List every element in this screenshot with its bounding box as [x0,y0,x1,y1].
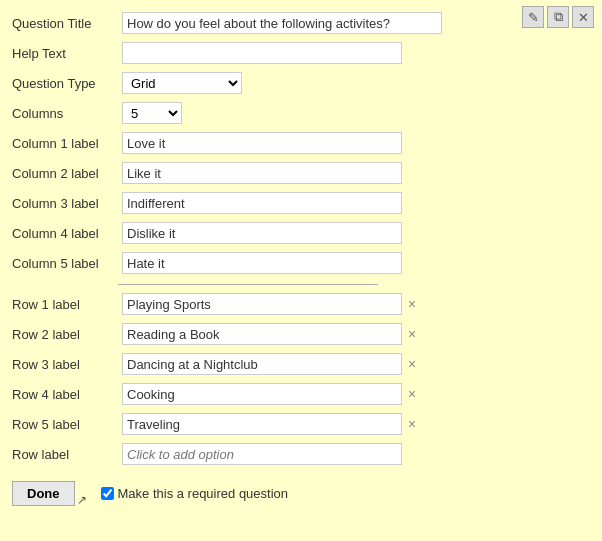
column-1-row: Column 1 label [8,128,594,158]
footer: Done ↗ Make this a required question [8,481,594,506]
row-3-remove-button[interactable]: × [406,357,418,371]
row-2-row: Row 2 label × [8,319,594,349]
row-3-input[interactable] [122,353,402,375]
add-option-input[interactable] [122,443,402,465]
column-5-label: Column 5 label [8,248,118,278]
row-5-input[interactable] [122,413,402,435]
row-5-remove-button[interactable]: × [406,417,418,431]
help-text-label: Help Text [8,38,118,68]
column-2-input[interactable] [122,162,402,184]
row-4-label: Row 4 label [8,379,118,409]
row-2-wrap: × [122,323,590,345]
row-4-wrap: × [122,383,590,405]
row-4-row: Row 4 label × [8,379,594,409]
form-container: ✎ ⧉ ✕ Question Title Help Text Question … [0,0,602,541]
divider-row [8,278,594,289]
question-type-select[interactable]: Grid Multiple Choice Text [122,72,242,94]
question-title-row: Question Title [8,8,594,38]
row-3-row: Row 3 label × [8,349,594,379]
columns-row: Columns 1234 5678 [8,98,594,128]
row-1-row: Row 1 label × [8,289,594,319]
column-1-input[interactable] [122,132,402,154]
row-2-label: Row 2 label [8,319,118,349]
row-1-remove-button[interactable]: × [406,297,418,311]
columns-select[interactable]: 1234 5678 [122,102,182,124]
help-text-input[interactable] [122,42,402,64]
row-2-input[interactable] [122,323,402,345]
row-1-wrap: × [122,293,590,315]
help-text-row: Help Text [8,38,594,68]
required-label[interactable]: Make this a required question [101,486,289,501]
required-checkbox[interactable] [101,487,114,500]
column-5-row: Column 5 label [8,248,594,278]
column-4-label: Column 4 label [8,218,118,248]
question-title-input[interactable] [122,12,442,34]
row-5-label: Row 5 label [8,409,118,439]
toolbar: ✎ ⧉ ✕ [522,6,594,28]
row-4-input[interactable] [122,383,402,405]
section-divider [118,284,378,285]
row-3-label: Row 3 label [8,349,118,379]
column-3-label: Column 3 label [8,188,118,218]
column-4-input[interactable] [122,222,402,244]
column-2-label: Column 2 label [8,158,118,188]
row-2-remove-button[interactable]: × [406,327,418,341]
row-label-placeholder: Row label [8,439,118,469]
question-type-row: Question Type Grid Multiple Choice Text [8,68,594,98]
column-5-input[interactable] [122,252,402,274]
question-type-label: Question Type [8,68,118,98]
column-2-row: Column 2 label [8,158,594,188]
question-title-label: Question Title [8,8,118,38]
edit-button[interactable]: ✎ [522,6,544,28]
column-1-label: Column 1 label [8,128,118,158]
column-3-row: Column 3 label [8,188,594,218]
row-4-remove-button[interactable]: × [406,387,418,401]
row-5-row: Row 5 label × [8,409,594,439]
column-4-row: Column 4 label [8,218,594,248]
copy-button[interactable]: ⧉ [547,6,569,28]
row-5-wrap: × [122,413,590,435]
column-3-input[interactable] [122,192,402,214]
row-3-wrap: × [122,353,590,375]
form-table: Question Title Help Text Question Type G… [8,8,594,469]
row-1-input[interactable] [122,293,402,315]
delete-button[interactable]: ✕ [572,6,594,28]
columns-label: Columns [8,98,118,128]
row-1-label: Row 1 label [8,289,118,319]
add-option-row: Row label [8,439,594,469]
done-button[interactable]: Done [12,481,75,506]
required-text: Make this a required question [118,486,289,501]
